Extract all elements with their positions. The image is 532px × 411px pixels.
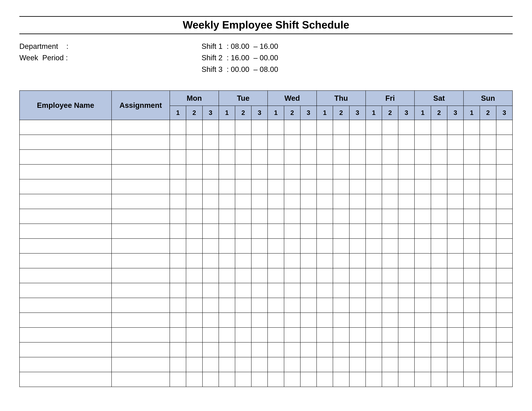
cell-shift[interactable] (170, 327, 186, 342)
cell-shift[interactable] (464, 342, 480, 357)
cell-shift[interactable] (317, 342, 333, 357)
cell-shift[interactable] (480, 239, 496, 253)
cell-shift[interactable] (300, 357, 317, 372)
cell-shift[interactable] (431, 342, 447, 357)
cell-shift[interactable] (496, 164, 513, 179)
cell-shift[interactable] (349, 224, 366, 239)
cell-shift[interactable] (317, 327, 333, 342)
cell-assignment[interactable] (112, 209, 170, 224)
cell-shift[interactable] (480, 268, 496, 283)
cell-shift[interactable] (415, 194, 431, 209)
cell-assignment[interactable] (112, 298, 170, 313)
cell-shift[interactable] (366, 209, 382, 224)
cell-shift[interactable] (382, 327, 398, 342)
cell-shift[interactable] (447, 313, 464, 327)
cell-shift[interactable] (284, 239, 300, 253)
cell-employee[interactable] (19, 149, 112, 164)
cell-shift[interactable] (300, 224, 317, 239)
cell-shift[interactable] (268, 179, 284, 194)
cell-shift[interactable] (333, 253, 349, 268)
cell-shift[interactable] (251, 372, 268, 387)
cell-shift[interactable] (284, 164, 300, 179)
cell-shift[interactable] (268, 283, 284, 298)
cell-shift[interactable] (333, 342, 349, 357)
cell-shift[interactable] (202, 149, 219, 164)
cell-shift[interactable] (382, 164, 398, 179)
cell-shift[interactable] (333, 283, 349, 298)
cell-shift[interactable] (431, 372, 447, 387)
cell-assignment[interactable] (112, 135, 170, 149)
cell-shift[interactable] (170, 268, 186, 283)
cell-shift[interactable] (480, 372, 496, 387)
cell-shift[interactable] (480, 135, 496, 149)
cell-shift[interactable] (366, 135, 382, 149)
cell-shift[interactable] (366, 179, 382, 194)
cell-shift[interactable] (349, 283, 366, 298)
cell-shift[interactable] (219, 357, 235, 372)
cell-shift[interactable] (415, 298, 431, 313)
cell-shift[interactable] (251, 135, 268, 149)
cell-shift[interactable] (431, 239, 447, 253)
cell-shift[interactable] (317, 283, 333, 298)
cell-shift[interactable] (186, 120, 202, 135)
cell-shift[interactable] (251, 313, 268, 327)
cell-shift[interactable] (480, 179, 496, 194)
cell-shift[interactable] (268, 209, 284, 224)
cell-shift[interactable] (398, 224, 415, 239)
cell-shift[interactable] (480, 120, 496, 135)
cell-shift[interactable] (317, 298, 333, 313)
cell-employee[interactable] (19, 342, 112, 357)
cell-shift[interactable] (464, 179, 480, 194)
cell-shift[interactable] (366, 357, 382, 372)
cell-shift[interactable] (431, 327, 447, 342)
cell-shift[interactable] (186, 372, 202, 387)
cell-shift[interactable] (284, 357, 300, 372)
cell-shift[interactable] (366, 224, 382, 239)
cell-shift[interactable] (284, 327, 300, 342)
cell-shift[interactable] (284, 268, 300, 283)
cell-shift[interactable] (251, 149, 268, 164)
cell-employee[interactable] (19, 209, 112, 224)
cell-shift[interactable] (202, 135, 219, 149)
cell-shift[interactable] (186, 342, 202, 357)
cell-shift[interactable] (202, 283, 219, 298)
cell-shift[interactable] (202, 164, 219, 179)
cell-shift[interactable] (284, 283, 300, 298)
cell-shift[interactable] (480, 164, 496, 179)
cell-shift[interactable] (219, 135, 235, 149)
cell-shift[interactable] (431, 164, 447, 179)
cell-assignment[interactable] (112, 179, 170, 194)
cell-shift[interactable] (235, 313, 251, 327)
cell-shift[interactable] (366, 149, 382, 164)
cell-shift[interactable] (496, 120, 513, 135)
cell-shift[interactable] (251, 209, 268, 224)
cell-shift[interactable] (333, 135, 349, 149)
cell-shift[interactable] (496, 313, 513, 327)
cell-shift[interactable] (447, 253, 464, 268)
cell-assignment[interactable] (112, 357, 170, 372)
cell-shift[interactable] (496, 372, 513, 387)
cell-shift[interactable] (202, 313, 219, 327)
cell-shift[interactable] (349, 164, 366, 179)
cell-shift[interactable] (496, 268, 513, 283)
cell-shift[interactable] (415, 327, 431, 342)
cell-shift[interactable] (333, 179, 349, 194)
cell-shift[interactable] (398, 327, 415, 342)
cell-shift[interactable] (317, 135, 333, 149)
cell-shift[interactable] (366, 194, 382, 209)
cell-shift[interactable] (398, 120, 415, 135)
cell-shift[interactable] (268, 357, 284, 372)
cell-employee[interactable] (19, 283, 112, 298)
cell-shift[interactable] (186, 164, 202, 179)
cell-shift[interactable] (415, 253, 431, 268)
cell-shift[interactable] (251, 164, 268, 179)
cell-shift[interactable] (349, 268, 366, 283)
cell-shift[interactable] (349, 120, 366, 135)
cell-shift[interactable] (235, 283, 251, 298)
cell-shift[interactable] (202, 372, 219, 387)
cell-shift[interactable] (349, 209, 366, 224)
cell-shift[interactable] (480, 253, 496, 268)
cell-shift[interactable] (333, 357, 349, 372)
cell-shift[interactable] (251, 239, 268, 253)
cell-shift[interactable] (415, 357, 431, 372)
